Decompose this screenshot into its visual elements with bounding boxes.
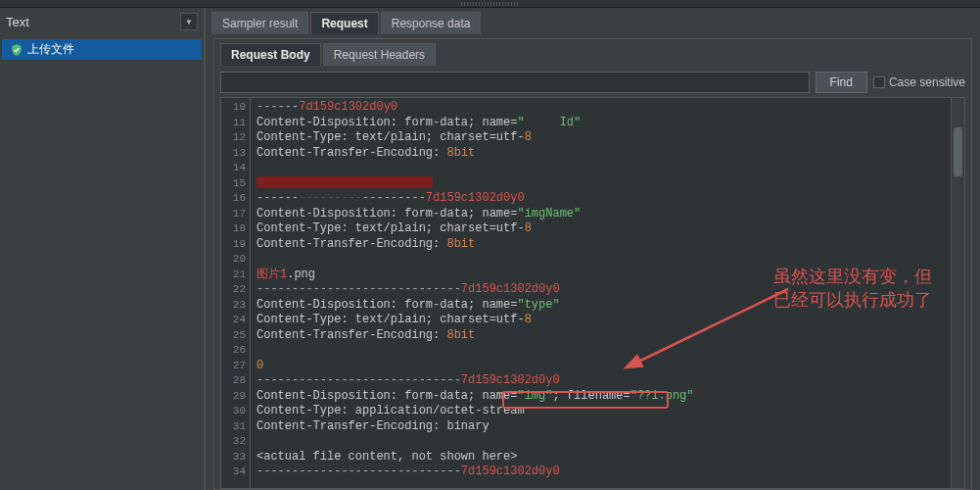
tab-response-data[interactable]: Response data [381, 12, 482, 34]
tab-request[interactable]: Request [310, 12, 378, 34]
left-pane: Text ▼ 上传文件 [0, 8, 206, 490]
find-button[interactable]: Find [816, 72, 867, 93]
case-sensitive-label: Case sensitive [889, 75, 965, 89]
tab-request-headers[interactable]: Request Headers [323, 43, 436, 66]
left-pane-title: Text [6, 15, 180, 29]
line-gutter: 10 11 12 13 14 15 16 17 18 19 20 21 22 2… [221, 98, 251, 488]
checkbox-box [873, 76, 885, 88]
tree-item-label: 上传文件 [27, 41, 74, 58]
scrollbar-thumb[interactable] [954, 127, 962, 176]
tab-request-body[interactable]: Request Body [220, 43, 321, 66]
annotation-arrow [627, 284, 813, 382]
search-bar: Find Case sensitive [220, 72, 965, 93]
vertical-scrollbar[interactable] [951, 98, 964, 488]
window-grip [0, 0, 980, 8]
main-split: Text ▼ 上传文件 Sampler result Request Respo… [0, 8, 980, 490]
svg-line-0 [636, 289, 788, 363]
tab-sampler-result[interactable]: Sampler result [211, 12, 308, 34]
highlight-box [502, 391, 669, 409]
right-pane: Sampler result Request Response data Req… [206, 8, 980, 490]
sub-tabs: Request Body Request Headers [214, 39, 971, 66]
tree: 上传文件 [0, 35, 204, 490]
tree-item-upload-file[interactable]: 上传文件 [2, 39, 202, 60]
shield-check-icon [10, 43, 23, 57]
main-tabs: Sampler result Request Response data [206, 8, 980, 34]
search-input[interactable] [220, 72, 810, 93]
case-sensitive-checkbox[interactable]: Case sensitive [873, 75, 965, 89]
left-pane-dropdown[interactable]: ▼ [180, 13, 198, 30]
left-header: Text ▼ [0, 8, 204, 35]
